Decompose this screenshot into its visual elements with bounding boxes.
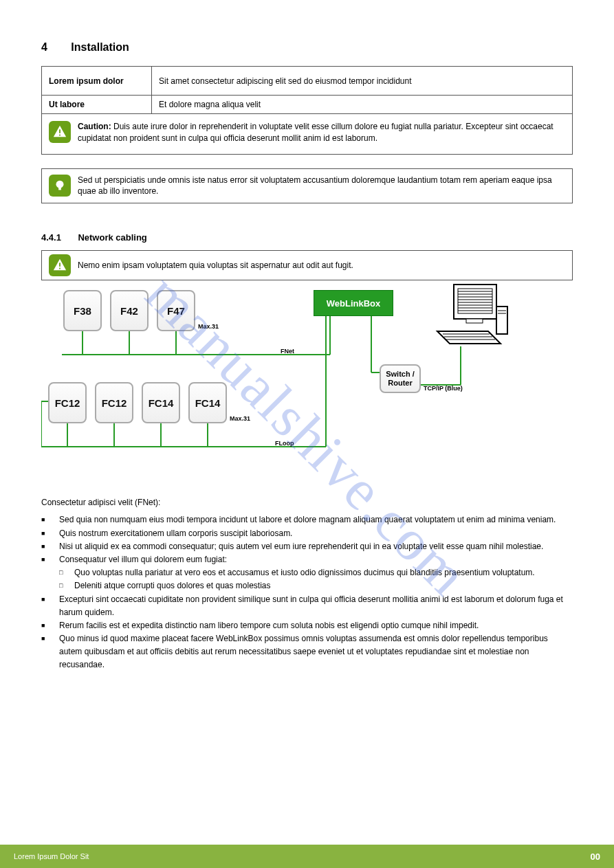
fnet-heading: Consectetur adipisci velit (FNet):: [41, 496, 573, 509]
lightbulb-icon: [49, 175, 71, 197]
list-item: Quis nostrum exercitationem ullam corpor…: [59, 527, 292, 540]
tip-text: Sed ut perspiciatis unde omnis iste natu…: [78, 175, 565, 198]
list-item: Nisi ut aliquid ex ea commodi consequatu…: [59, 540, 543, 553]
network-diagram: F38 F42 F47 Max.31 FNet WebLinkBox Switc…: [41, 283, 573, 476]
label-tcp: TCP/IP (Blue): [424, 385, 463, 392]
svg-rect-1: [59, 129, 61, 133]
svg-rect-2: [59, 135, 61, 136]
node-f42: F42: [110, 290, 149, 331]
info-table: Lorem ipsum dolor Sit amet consectetur a…: [41, 66, 573, 114]
list-item: Deleniti atque corrupti quos dolores et …: [74, 579, 271, 592]
fnet-list: Consectetur adipisci velit (FNet): Sed q…: [41, 496, 573, 671]
switch-router: Switch / Router: [380, 364, 421, 393]
caution-label: Caution:: [78, 122, 111, 131]
footer-page-number: 00: [591, 852, 600, 862]
weblinkbox: WebLinkBox: [314, 290, 393, 316]
list-item: Quo voluptas nulla pariatur at vero eos …: [74, 566, 535, 579]
list-item: Sed quia non numquam eius modi tempora i…: [59, 513, 556, 526]
list-item: Rerum facilis est et expedita distinctio…: [59, 619, 479, 632]
switch-line1: Switch /: [386, 370, 415, 378]
node-f38: F38: [63, 290, 102, 331]
label-max-top: Max.31: [198, 323, 219, 330]
svg-rect-4: [58, 188, 61, 190]
svg-point-3: [56, 181, 64, 188]
svg-rect-26: [458, 289, 492, 313]
table-r1-right: Sit amet consectetur adipiscing elit sed…: [152, 67, 573, 96]
label-fnet: FNet: [281, 348, 294, 355]
warning-bar-text: Nemo enim ipsam voluptatem quia voluptas…: [78, 260, 353, 270]
list-item: Consequatur vel illum qui dolorem eum fu…: [59, 553, 227, 566]
warning-bar: Nemo enim ipsam voluptatem quia voluptas…: [41, 250, 573, 280]
warning-icon: [49, 121, 71, 143]
tip-callout: Sed ut perspiciatis unde omnis iste natu…: [41, 168, 573, 204]
table-r1-left: Lorem ipsum dolor: [42, 67, 152, 96]
table-r2-left: Ut labore: [42, 96, 152, 114]
node-f47: F47: [157, 290, 195, 331]
svg-marker-39: [437, 331, 501, 344]
label-floop: FLoop: [275, 440, 294, 447]
svg-rect-35: [466, 319, 483, 323]
node-fc14a: FC14: [142, 382, 180, 423]
node-fc14b: FC14: [188, 382, 227, 423]
svg-rect-6: [59, 263, 61, 267]
section-number: 4: [41, 41, 47, 53]
caution-text: Duis aute irure dolor in reprehenderit i…: [78, 122, 553, 143]
svg-rect-7: [59, 268, 61, 269]
subsection-number: 4.4.1: [41, 232, 61, 243]
list-item: Quo minus id quod maxime placeat facere …: [59, 632, 573, 672]
footer-left: Lorem Ipsum Dolor Sit: [14, 852, 89, 860]
table-r2-right: Et dolore magna aliqua velit: [152, 96, 573, 114]
warning-icon: [49, 254, 71, 276]
node-fc12a: FC12: [48, 382, 87, 423]
section-title: Installation: [71, 41, 129, 53]
subsection-title: Network cabling: [78, 232, 146, 243]
computer-icon: [433, 283, 509, 355]
label-max-bottom: Max.31: [230, 415, 250, 422]
page-footer: Lorem Ipsum Dolor Sit 00: [0, 845, 614, 868]
switch-line2: Router: [388, 379, 412, 387]
list-item: Excepturi sint occaecati cupiditate non …: [59, 593, 573, 619]
caution-callout: Caution: Duis aute irure dolor in repreh…: [41, 114, 573, 155]
node-fc12b: FC12: [95, 382, 133, 423]
